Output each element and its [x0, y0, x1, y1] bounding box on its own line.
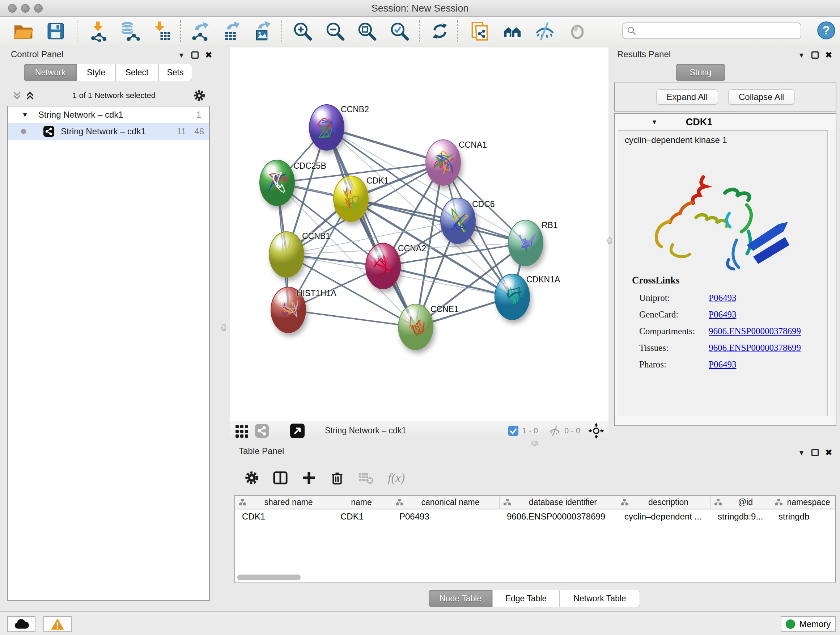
close-panel-icon[interactable]: ✖ [825, 51, 832, 59]
gene-entry-header[interactable]: ▼ CDK1 [615, 114, 836, 130]
import-network-file-button[interactable] [87, 19, 110, 43]
expand-all-button[interactable]: Expand All [656, 89, 718, 105]
network-edge[interactable] [327, 127, 416, 327]
collapse-all-button[interactable]: Collapse All [728, 89, 794, 105]
crosslink-link[interactable]: P06493 [709, 359, 736, 370]
table-cell[interactable]: cyclin–dependent ... [617, 511, 711, 522]
network-node-cdc25b[interactable] [259, 160, 295, 206]
network-collection-row[interactable]: ▼ String Network – cdk1 1 [8, 106, 209, 123]
table-cell[interactable]: 9606.ENSP00000378699 [500, 511, 617, 522]
grid-view-icon[interactable] [235, 424, 249, 438]
refresh-button[interactable] [428, 19, 452, 43]
network-node-ccnb1[interactable] [269, 231, 304, 278]
zoom-fit-button[interactable] [355, 19, 378, 43]
results-scrollbar[interactable] [830, 130, 835, 416]
close-panel-icon[interactable]: ✖ [825, 448, 832, 457]
crosslink-link[interactable]: P06493 [709, 293, 736, 303]
table-row[interactable]: CDK1CDK1P064939606.ENSP00000378699cyclin… [235, 509, 835, 524]
sort-hierarchy-icon[interactable] [775, 498, 783, 506]
tab-node-table[interactable]: Node Table [429, 590, 493, 607]
network-canvas[interactable]: CCNB2CCNA1CDC25BCDK1CDC6RB1CCNB1CCNA2CDK… [230, 48, 608, 421]
clone-network-button[interactable] [468, 19, 491, 43]
birds-eye-view-icon[interactable] [290, 424, 305, 438]
float-panel-icon[interactable] [812, 51, 819, 59]
search-field[interactable] [622, 22, 801, 39]
panel-menu-icon[interactable]: ▼ [798, 52, 805, 59]
delete-column-icon[interactable] [330, 470, 344, 485]
fit-selected-crosshair-icon[interactable] [588, 423, 604, 439]
close-panel-icon[interactable]: ✖ [205, 51, 212, 59]
save-session-button[interactable] [44, 19, 67, 43]
tab-sets[interactable]: Sets [158, 64, 192, 81]
open-session-button[interactable] [11, 19, 35, 43]
table-cell[interactable]: CDK1 [235, 511, 333, 522]
crosslink-link[interactable]: P06493 [709, 310, 736, 320]
collection-expand-icon[interactable]: ▼ [22, 111, 28, 119]
sort-hierarchy-icon[interactable] [238, 498, 246, 506]
column-header-canonical-name[interactable]: canonical name [392, 496, 500, 509]
tab-network-table[interactable]: Network Table [560, 590, 640, 607]
table-cell[interactable]: stringdb:9... [711, 511, 771, 522]
table-cell[interactable]: stringdb [771, 511, 836, 522]
export-table-button[interactable] [221, 19, 244, 43]
zoom-out-button[interactable] [324, 19, 347, 43]
expand-all-icon[interactable] [25, 91, 35, 100]
tab-style[interactable]: Style [77, 64, 115, 81]
add-column-icon[interactable] [302, 470, 316, 485]
left-splitter-handle[interactable] [221, 324, 226, 331]
network-row[interactable]: String Network – cdk1 11 48 [8, 123, 209, 140]
import-table-file-button[interactable] [150, 19, 173, 43]
panel-menu-icon[interactable]: ▼ [798, 449, 805, 456]
float-panel-icon[interactable] [191, 51, 199, 59]
first-neighbors-button[interactable] [501, 19, 524, 43]
tab-string[interactable]: String [676, 64, 725, 81]
network-node-cdk1[interactable] [333, 176, 369, 222]
right-splitter-handle[interactable] [607, 237, 612, 244]
hide-selected-button[interactable] [533, 19, 556, 43]
network-node-ccne1[interactable] [398, 304, 433, 350]
show-columns-icon[interactable] [273, 470, 288, 486]
network-node-rb1[interactable] [508, 220, 543, 266]
network-edge[interactable] [288, 310, 416, 327]
horizontal-scrollbar-thumb[interactable] [237, 575, 301, 580]
column-header-description[interactable]: description [617, 496, 711, 509]
cloud-status-button[interactable] [7, 616, 35, 632]
crosslink-link[interactable]: 9606.ENSP00000378699 [709, 343, 801, 353]
table-cell[interactable]: P06493 [392, 511, 500, 522]
collapse-all-icon[interactable] [12, 91, 22, 100]
network-node-ccna2[interactable] [365, 243, 401, 289]
export-image-button[interactable] [251, 19, 274, 43]
column-header--id[interactable]: @id [711, 496, 771, 509]
help-button[interactable]: ? [815, 19, 838, 42]
column-header-database-identifier[interactable]: database identifier [500, 496, 617, 509]
sort-hierarchy-icon[interactable] [714, 498, 722, 506]
panel-menu-icon[interactable]: ▼ [178, 52, 185, 59]
tab-network[interactable]: Network [24, 64, 77, 81]
table-options-gear-icon[interactable] [245, 470, 259, 485]
network-share-gray-icon[interactable] [255, 424, 269, 438]
column-header-name[interactable]: name [333, 496, 392, 509]
column-header-namespace[interactable]: namespace [771, 496, 836, 509]
zoom-selected-button[interactable] [388, 19, 411, 43]
column-header-shared-name[interactable]: shared name [235, 496, 333, 509]
sort-hierarchy-icon[interactable] [396, 498, 404, 506]
network-options-gear-icon[interactable] [193, 89, 205, 102]
search-input[interactable] [637, 26, 792, 36]
export-network-button[interactable] [189, 19, 213, 43]
import-network-database-button[interactable] [118, 19, 141, 43]
network-node-ccna1[interactable] [425, 139, 461, 186]
sort-hierarchy-icon[interactable] [621, 498, 629, 506]
selected-checkbox-icon[interactable] [508, 426, 518, 436]
float-panel-icon[interactable] [812, 449, 819, 456]
memory-button[interactable]: Memory [781, 616, 836, 632]
crosslink-link[interactable]: 9606.ENSP00000378699 [709, 326, 801, 336]
sort-hierarchy-icon[interactable] [503, 498, 511, 506]
tab-select[interactable]: Select [115, 64, 158, 81]
bottom-splitter-handle[interactable] [531, 441, 538, 446]
tab-edge-table[interactable]: Edge Table [493, 590, 560, 607]
table-cell[interactable]: CDK1 [333, 511, 392, 522]
network-node-ccnb2[interactable] [309, 104, 344, 150]
network-node-cdkn1a[interactable] [494, 274, 530, 320]
network-node-cdc6[interactable] [440, 198, 476, 244]
network-edge[interactable] [351, 199, 526, 243]
